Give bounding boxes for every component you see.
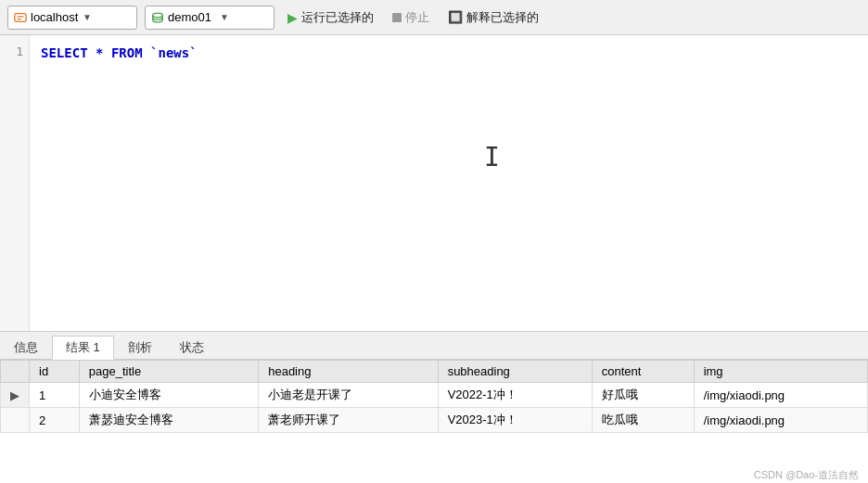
svg-rect-1 — [18, 16, 24, 17]
bottom-tabs: 信息 结果 1 剖析 状态 — [0, 332, 868, 360]
svg-rect-0 — [15, 13, 26, 21]
host-selector[interactable]: localhost ▼ — [7, 6, 137, 30]
stop-icon — [392, 13, 402, 22]
watermark: CSDN @Dao-道法自然 CSDN博客 — [754, 468, 859, 483]
run-label: 运行已选择的 — [301, 9, 374, 26]
run-button[interactable]: ▶ 运行已选择的 — [282, 7, 379, 28]
tab-status-label: 状态 — [180, 339, 204, 356]
play-icon: ▶ — [287, 10, 298, 25]
tab-profile-label: 剖析 — [128, 339, 152, 356]
col-id-header: id — [30, 361, 80, 383]
text-cursor: I — [484, 137, 500, 179]
database-selector[interactable]: demo01 ▼ — [145, 6, 274, 30]
table-header-row: id page_title heading subheading content… — [1, 361, 868, 383]
col-heading-header: heading — [259, 361, 438, 383]
row-indicator — [1, 408, 30, 433]
cell-subheading: V2022-1冲！ — [438, 383, 592, 408]
cell-id: 2 — [30, 408, 80, 433]
explain-icon: 🔲 — [448, 10, 463, 24]
stop-button[interactable]: 停止 — [387, 7, 435, 28]
sql-table-name: `news` — [150, 45, 198, 60]
tab-info-label: 信息 — [14, 339, 38, 356]
sql-keyword-select: SELECT — [41, 45, 88, 60]
table-row: ▶ 1 小迪安全博客 小迪老是开课了 V2022-1冲！ 好瓜哦 /img/xi… — [1, 383, 868, 408]
cell-page-title: 小迪安全博客 — [79, 383, 258, 408]
watermark-line1: CSDN @Dao-道法自然 — [754, 468, 859, 482]
result-table: id page_title heading subheading content… — [0, 360, 868, 433]
svg-point-3 — [153, 13, 163, 17]
bottom-section: 信息 结果 1 剖析 状态 id page_title heading subh… — [0, 332, 868, 483]
col-page-title-header: page_title — [79, 361, 258, 383]
cell-img: /img/xiaodi.png — [694, 408, 867, 433]
line-number-1: 1 — [6, 43, 23, 62]
line-numbers: 1 — [0, 35, 30, 331]
tab-result1-label: 结果 1 — [66, 339, 100, 356]
database-arrow-icon: ▼ — [220, 12, 268, 22]
tab-status[interactable]: 状态 — [166, 335, 218, 359]
explain-button[interactable]: 🔲 解释已选择的 — [442, 7, 544, 28]
host-value: localhost — [31, 10, 79, 24]
cell-heading: 萧老师开课了 — [259, 408, 438, 433]
col-indicator-header — [1, 361, 30, 383]
cell-content: 吃瓜哦 — [592, 408, 694, 433]
host-icon — [14, 11, 27, 24]
sql-keyword-from: FROM — [111, 45, 143, 60]
svg-rect-2 — [18, 18, 21, 19]
col-img-header: img — [694, 361, 867, 383]
cell-id: 1 — [30, 383, 80, 408]
database-icon — [151, 11, 164, 24]
sql-star: * — [96, 45, 103, 60]
result-area[interactable]: id page_title heading subheading content… — [0, 360, 868, 483]
col-content-header: content — [592, 361, 694, 383]
table-row: 2 萧瑟迪安全博客 萧老师开课了 V2023-1冲！ 吃瓜哦 /img/xiao… — [1, 408, 868, 433]
stop-label: 停止 — [405, 9, 429, 26]
editor-area[interactable]: 1 SELECT * FROM `news` I — [0, 35, 868, 332]
database-value: demo01 — [168, 10, 216, 24]
col-subheading-header: subheading — [438, 361, 592, 383]
explain-label: 解释已选择的 — [466, 9, 539, 26]
cell-img: /img/xiaodi.png — [694, 383, 867, 408]
row-indicator: ▶ — [1, 383, 30, 408]
host-arrow-icon: ▼ — [83, 12, 131, 22]
cell-content: 好瓜哦 — [592, 383, 694, 408]
editor-content[interactable]: SELECT * FROM `news` I — [30, 35, 868, 331]
tab-result1[interactable]: 结果 1 — [52, 336, 114, 360]
tab-info[interactable]: 信息 — [0, 335, 52, 359]
cell-heading: 小迪老是开课了 — [259, 383, 438, 408]
cell-subheading: V2023-1冲！ — [438, 408, 592, 433]
tab-profile[interactable]: 剖析 — [114, 335, 166, 359]
cell-page-title: 萧瑟迪安全博客 — [79, 408, 258, 433]
toolbar: localhost ▼ demo01 ▼ ▶ 运行已选择的 停止 🔲 解释已选择… — [0, 0, 868, 35]
